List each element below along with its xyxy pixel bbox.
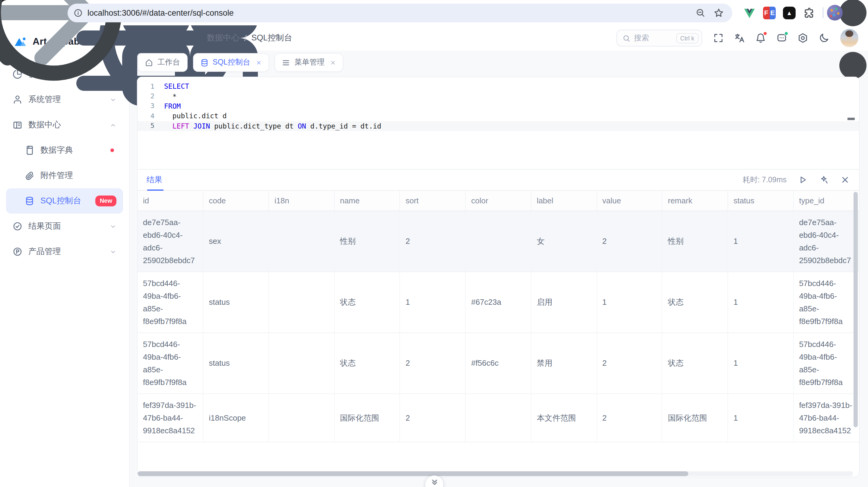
code-line-5: 5 LEFT JOIN public.dict_type dt ON d.typ… bbox=[137, 121, 859, 131]
tab-close-icon[interactable] bbox=[256, 59, 262, 65]
apps-grid-button[interactable] bbox=[184, 32, 196, 44]
new-badge: New bbox=[96, 195, 116, 206]
run-query-button[interactable] bbox=[798, 175, 808, 185]
table-row[interactable]: 57bcd446-49ba-4fb6-a85e-f8e9fb7f9f8astat… bbox=[137, 333, 859, 393]
line-number: 1 bbox=[137, 82, 164, 90]
sql-console-card: 1SELECT2 *3FROM4 public.dict d5 LEFT JOI… bbox=[137, 77, 860, 477]
app-header: 数据中心 / SQL控制台 Ctrl k bbox=[130, 25, 868, 51]
column-header-name: name bbox=[334, 191, 400, 211]
cell-label: 本文件范围 bbox=[531, 393, 596, 442]
cell-status: 1 bbox=[728, 333, 793, 393]
global-search[interactable]: Ctrl k bbox=[617, 30, 702, 47]
sidebar-item-数据字典[interactable]: 数据字典 bbox=[6, 138, 123, 163]
table-hscroll-thumb[interactable] bbox=[137, 471, 688, 476]
tab-工作台[interactable]: 工作台 bbox=[137, 53, 187, 72]
table-vscroll-thumb[interactable] bbox=[854, 192, 858, 427]
column-header-color: color bbox=[465, 191, 531, 211]
moon-button[interactable] bbox=[818, 33, 829, 43]
tab-close-icon[interactable] bbox=[330, 59, 336, 65]
cell-name: 状态 bbox=[334, 272, 400, 333]
notebook-icon bbox=[25, 146, 34, 155]
sidebar-item-SQL控制台[interactable]: SQL控制台New bbox=[6, 188, 123, 214]
column-header-sort: sort bbox=[400, 191, 465, 211]
cell-value: 2 bbox=[596, 393, 662, 442]
chat-button[interactable] bbox=[776, 33, 787, 43]
magic-icon bbox=[819, 175, 829, 185]
line-number: 5 bbox=[137, 122, 164, 130]
sidebar-item-label: SQL控制台 bbox=[40, 195, 81, 206]
zoom-out-icon[interactable] bbox=[695, 8, 705, 18]
breadcrumb-current[interactable]: SQL控制台 bbox=[251, 33, 292, 43]
cell-code: i18nScope bbox=[203, 393, 269, 442]
translate-button[interactable] bbox=[734, 33, 745, 43]
status-dot bbox=[763, 31, 767, 36]
settings-button[interactable] bbox=[798, 33, 808, 43]
cell-sort: 1 bbox=[400, 272, 465, 333]
chevron-down-icon bbox=[110, 223, 116, 230]
cell-code: sex bbox=[203, 211, 269, 272]
fullscreen-button[interactable] bbox=[713, 33, 724, 43]
home-icon bbox=[145, 58, 153, 67]
tab-label: 菜单管理 bbox=[294, 57, 324, 68]
cell-remark: 国际化范围 bbox=[662, 393, 728, 442]
results-table: idcodei18nnamesortcolorlabelvalueremarks… bbox=[137, 191, 859, 442]
cell-type_id: fef397da-391b-47b6-ba44-9918ec8a4152 bbox=[793, 393, 859, 442]
cell-code: status bbox=[203, 272, 269, 333]
cell-i18n bbox=[269, 211, 334, 272]
cell-label: 女 bbox=[531, 211, 596, 272]
tabbar: 工作台SQL控制台菜单管理 bbox=[130, 51, 868, 77]
user-avatar[interactable] bbox=[840, 29, 858, 47]
cell-sort: 2 bbox=[400, 211, 465, 272]
star-icon[interactable] bbox=[714, 7, 724, 18]
tab-label: SQL控制台 bbox=[213, 57, 250, 68]
breadcrumb-root[interactable]: 数据中心 bbox=[207, 33, 240, 43]
column-header-i18n: i18n bbox=[269, 191, 334, 211]
results-tab[interactable]: 结果 bbox=[147, 170, 162, 190]
sql-editor[interactable]: 1SELECT2 *3FROM4 public.dict d5 LEFT JOI… bbox=[137, 77, 859, 169]
bell-button[interactable] bbox=[755, 33, 766, 43]
cell-remark: 性别 bbox=[662, 211, 728, 272]
cell-name: 状态 bbox=[334, 333, 400, 393]
sidebar-item-产品管理[interactable]: 产品管理 bbox=[6, 239, 123, 264]
search-shortcut: Ctrl k bbox=[676, 33, 699, 43]
browser-profile-avatar[interactable] bbox=[827, 5, 843, 21]
vue-devtools-icon[interactable] bbox=[743, 6, 756, 19]
sidebar-item-label: 附件管理 bbox=[40, 170, 73, 181]
address-bar[interactable]: localhost:3006/#/data-center/sql-console bbox=[67, 3, 732, 22]
tab-label: 工作台 bbox=[157, 57, 180, 68]
close-results-button[interactable] bbox=[840, 175, 850, 185]
info-icon[interactable] bbox=[73, 8, 83, 17]
table-row[interactable]: de7e75aa-ebd6-40c4-adc6-25902b8ebdc7sex性… bbox=[137, 211, 859, 272]
unread-dot bbox=[111, 148, 114, 152]
code-text: * bbox=[164, 92, 177, 100]
format-sql-button[interactable] bbox=[819, 175, 829, 185]
browser-menu-button[interactable] bbox=[844, 4, 862, 22]
close-icon bbox=[840, 175, 850, 185]
cell-id: de7e75aa-ebd6-40c4-adc6-25902b8ebdc7 bbox=[137, 211, 203, 272]
cell-id: 57bcd446-49ba-4fb6-a85e-f8e9fb7f9f8a bbox=[137, 272, 203, 333]
column-header-code: code bbox=[203, 191, 269, 211]
code-text: public.dict d bbox=[164, 112, 227, 120]
search-input[interactable] bbox=[634, 34, 668, 42]
results-bar: 结果 耗时: 7.09ms bbox=[137, 169, 859, 191]
sidebar-item-附件管理[interactable]: 附件管理 bbox=[6, 163, 123, 188]
cell-id: fef397da-391b-47b6-ba44-9918ec8a4152 bbox=[137, 393, 203, 442]
cell-code: status bbox=[203, 333, 269, 393]
column-header-id: id bbox=[137, 191, 203, 211]
cell-type_id: 57bcd446-49ba-4fb6-a85e-f8e9fb7f9f8a bbox=[793, 272, 859, 333]
cell-sort: 2 bbox=[400, 393, 465, 442]
table-vertical-scrollbar[interactable] bbox=[854, 192, 858, 477]
cell-name: 性别 bbox=[334, 211, 400, 272]
browser-reload-button[interactable] bbox=[44, 4, 63, 22]
tab-菜单管理[interactable]: 菜单管理 bbox=[275, 53, 343, 72]
table-row[interactable]: 57bcd446-49ba-4fb6-a85e-f8e9fb7f9f8astat… bbox=[137, 272, 859, 333]
cell-value: 1 bbox=[596, 272, 662, 333]
column-header-type_id: type_id bbox=[793, 191, 859, 211]
tab-SQL控制台[interactable]: SQL控制台 bbox=[193, 53, 269, 72]
table-row[interactable]: fef397da-391b-47b6-ba44-9918ec8a4152i18n… bbox=[137, 393, 859, 442]
table-horizontal-scrollbar[interactable] bbox=[137, 471, 853, 476]
cell-i18n bbox=[269, 272, 334, 333]
cell-remark: 状态 bbox=[662, 333, 728, 393]
column-header-remark: remark bbox=[662, 191, 728, 211]
sidebar-item-结果页面[interactable]: 结果页面 bbox=[6, 214, 123, 239]
